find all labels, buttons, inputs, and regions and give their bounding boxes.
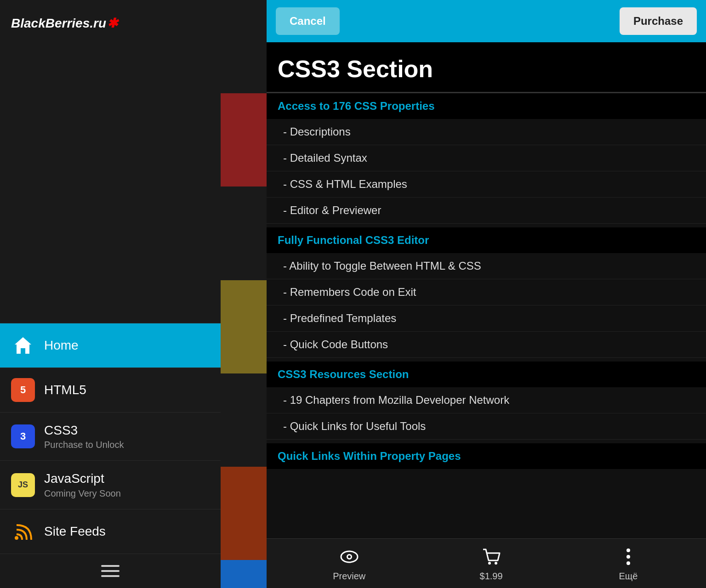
list-item: - 19 Chapters from Mozilla Developer Net… (267, 387, 706, 413)
svg-marker-0 (15, 337, 31, 354)
strip-seg-4 (221, 280, 267, 373)
list-item: - Quick Code Buttons (267, 332, 706, 358)
feeds-icon (11, 520, 35, 543)
strip-seg-5 (221, 373, 267, 467)
dots-icon (617, 545, 640, 568)
strip-seg-6 (221, 467, 267, 560)
list-item: - Descriptions (267, 119, 706, 145)
logo-star: ✱ (107, 16, 118, 30)
sidebar-item-html5[interactable]: 5 HTML5 (0, 368, 221, 412)
middle-strip (221, 0, 267, 588)
list-item: - Predefined Templates (267, 305, 706, 332)
bottom-bar: Preview $1.99 Ещё (267, 538, 706, 588)
nav-items: Home 5 HTML5 3 CSS3 Purchase to Unlock (0, 323, 221, 554)
strip-seg-2 (221, 93, 267, 187)
svg-point-8 (626, 555, 630, 559)
bottom-menu (0, 554, 221, 588)
sidebar-item-css3[interactable]: 3 CSS3 Purchase to Unlock (0, 412, 221, 461)
strip-seg-1 (221, 0, 267, 93)
sidebar-item-javascript[interactable]: JS JavaScript Coming Very Soon (0, 460, 221, 509)
preview-label: Preview (333, 571, 365, 582)
cancel-button[interactable]: Cancel (276, 7, 340, 35)
bottom-bar-preview[interactable]: Preview (333, 545, 365, 582)
title-area: CSS3 Section (267, 42, 706, 92)
svg-point-1 (15, 536, 18, 540)
hamburger-line-1 (101, 565, 120, 567)
section-heading-3: CSS3 Resources Section (267, 362, 706, 387)
sidebar-item-home[interactable]: Home (0, 323, 221, 368)
svg-point-6 (495, 562, 497, 565)
list-item: - Remembers Code on Exit (267, 279, 706, 305)
js-icon: JS (11, 473, 35, 497)
strip-seg-3 (221, 187, 267, 280)
svg-point-5 (488, 562, 491, 565)
more-label: Ещё (619, 571, 638, 582)
page-title: CSS3 Section (278, 55, 695, 83)
strip-seg-7 (221, 560, 267, 588)
svg-point-7 (626, 548, 630, 552)
js-label: JavaScript (44, 471, 121, 486)
hamburger-line-3 (101, 575, 120, 577)
logo-area: BlackBerries.ru✱ (0, 0, 221, 46)
left-panel: BlackBerries.ru✱ Home 5 HTML5 (0, 0, 221, 588)
js-sublabel: Coming Very Soon (44, 488, 121, 499)
list-item: - Ability to Toggle Between HTML & CSS (267, 253, 706, 279)
bottom-bar-more[interactable]: Ещё (617, 545, 640, 582)
section-heading-2: Fully Functional CSS3 Editor (267, 227, 706, 253)
logo-name: BlackBerries.ru (11, 16, 106, 30)
html5-label: HTML5 (44, 382, 86, 398)
list-item: - Editor & Previewer (267, 198, 706, 224)
list-item: - Quick Links for Useful Tools (267, 413, 706, 440)
cart-icon (480, 545, 503, 568)
css3-label: CSS3 (44, 423, 124, 438)
bottom-bar-price[interactable]: $1.99 (480, 545, 503, 582)
hamburger-menu[interactable] (101, 565, 120, 577)
price-label: $1.99 (480, 571, 503, 582)
content-area: Access to 176 CSS Properties - Descripti… (267, 93, 706, 538)
css3-icon: 3 (11, 424, 35, 448)
list-item: - CSS & HTML Examples (267, 171, 706, 198)
sidebar-item-feeds[interactable]: Site Feeds (0, 509, 221, 554)
section-heading-1: Access to 176 CSS Properties (267, 93, 706, 119)
feeds-label: Site Feeds (44, 524, 106, 539)
logo-text: BlackBerries.ru✱ (11, 16, 118, 31)
html5-icon: 5 (11, 378, 35, 402)
purchase-button[interactable]: Purchase (620, 7, 697, 35)
css3-sublabel: Purchase to Unlock (44, 440, 124, 450)
hamburger-line-2 (101, 570, 120, 572)
svg-point-9 (626, 561, 630, 565)
home-icon (11, 334, 35, 357)
svg-point-4 (348, 555, 351, 558)
section-heading-4: Quick Links Within Property Pages (267, 443, 706, 469)
right-panel: Cancel Purchase CSS3 Section Access to 1… (267, 0, 706, 588)
eye-icon (338, 545, 361, 568)
list-item: - Detailed Syntax (267, 145, 706, 171)
home-label: Home (44, 338, 79, 353)
right-header: Cancel Purchase (267, 0, 706, 42)
